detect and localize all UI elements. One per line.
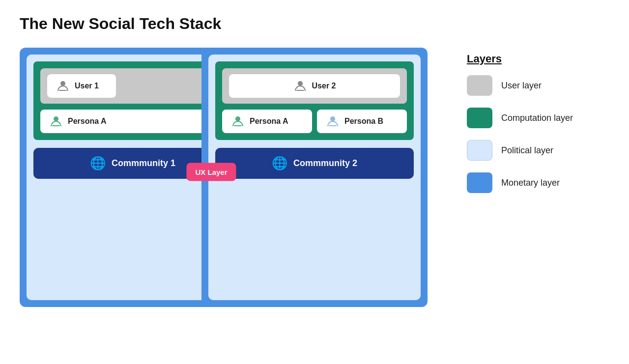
user-layer-swatch: [467, 75, 492, 96]
user1-card: User 1: [47, 74, 116, 98]
monetary-layer-swatch: [467, 172, 492, 193]
right-user-layer: User 2: [222, 68, 407, 104]
computation-layer-label: Computation layer: [501, 113, 573, 123]
monetary-layer-label: Monetary layer: [501, 178, 560, 188]
right-persona-b-card: Persona B: [317, 110, 407, 133]
left-persona-a-card: Persona A: [40, 110, 225, 133]
legend-item-computation: Computation layer: [467, 108, 573, 128]
political-layer-label: Political layer: [501, 145, 553, 156]
right-computation-layer: User 2 Persona A: [215, 61, 414, 140]
computation-layer-swatch: [467, 108, 492, 128]
community2-label: Commmunity 2: [293, 158, 357, 168]
user2-icon: [293, 79, 307, 93]
persona-a-right-icon: [231, 114, 245, 128]
svg-rect-1: [59, 90, 67, 91]
user1-label: User 1: [75, 82, 99, 90]
left-persona-row: Persona A: [40, 110, 225, 133]
left-user-layer: User 1: [40, 68, 225, 104]
right-persona-row: Persona A Persona B: [222, 110, 407, 133]
community2-card: 🌐 Commmunity 2: [215, 148, 414, 179]
legend-item-user: User layer: [467, 75, 573, 96]
svg-rect-5: [296, 90, 304, 91]
main-content: User 1 Persona A: [20, 48, 609, 307]
community1-label: Commmunity 1: [112, 158, 175, 168]
svg-point-6: [235, 116, 240, 121]
page-title: The New Social Tech Stack: [20, 15, 609, 33]
ux-layer-badge: UX Layer: [186, 163, 236, 181]
persona-b-icon: [326, 114, 340, 128]
globe2-icon: 🌐: [272, 156, 287, 171]
legend-title: Layers: [467, 53, 573, 65]
political-layer-swatch: [467, 140, 492, 161]
svg-point-8: [330, 116, 335, 121]
svg-rect-7: [234, 125, 242, 126]
persona-a-left-icon: [49, 114, 63, 128]
right-persona-a-card: Persona A: [222, 110, 312, 133]
svg-point-2: [54, 116, 58, 121]
right-political-layer: User 2 Persona A: [208, 55, 421, 300]
legend-item-political: Political layer: [467, 140, 573, 161]
user1-icon: [56, 79, 70, 93]
right-persona-a-label: Persona A: [250, 117, 288, 126]
right-persona-b-label: Persona B: [344, 117, 383, 126]
left-persona-a-label: Persona A: [68, 117, 107, 126]
legend-item-monetary: Monetary layer: [467, 172, 573, 193]
svg-rect-9: [329, 125, 337, 126]
svg-rect-3: [52, 125, 60, 126]
user-layer-label: User layer: [501, 81, 542, 91]
globe1-icon: 🌐: [90, 156, 106, 171]
svg-point-4: [298, 81, 303, 86]
legend-area: Layers User layer Computation layer Poli…: [467, 48, 573, 205]
user2-label: User 2: [312, 82, 336, 90]
diagram-area: User 1 Persona A: [20, 48, 447, 307]
svg-point-0: [60, 81, 65, 86]
user2-card: User 2: [229, 74, 400, 98]
